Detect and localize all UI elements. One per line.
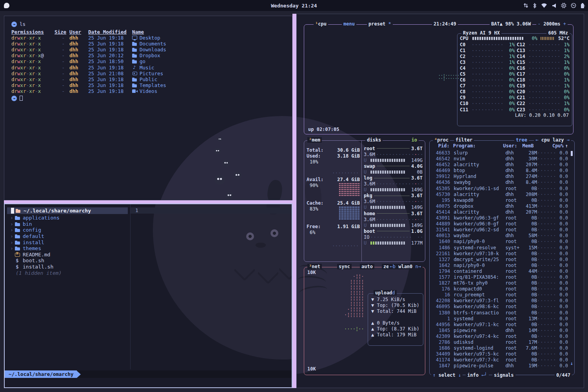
process-row[interactable]: 44956kworker/u97:1-kcroot0B0.0: [432, 322, 568, 328]
updates-icon[interactable]: [523, 3, 528, 8]
folder-open-icon: [16, 208, 21, 213]
process-row[interactable]: 1794containerdroot44M0.0: [432, 269, 568, 274]
process-row[interactable]: 39912Hyprlanddhh274M0.0: [432, 174, 568, 180]
process-list: 46633slurpdhh28M0.0 46542nvimdhh30M0.0 4…: [432, 150, 568, 369]
window-gap-horizontal: [4, 200, 292, 203]
process-row[interactable]: 46436swaybgdhh8.4M0.0: [432, 180, 568, 185]
disks-title[interactable]: disks: [365, 137, 383, 143]
process-row[interactable]: 16rcu_preemptroot0B0.0: [432, 292, 568, 298]
tree-item[interactable]: themes: [5, 245, 130, 252]
core-row: C50%: [460, 71, 515, 77]
process-row[interactable]: 42208kworker/u97:3-flroot0B0.0: [432, 298, 568, 304]
process-row[interactable]: 46095kworker/u98:6-kcroot0B0.0: [432, 304, 568, 310]
net-sync-button[interactable]: sync: [337, 264, 352, 269]
tree-item[interactable]: default: [5, 233, 130, 240]
process-row[interactable]: 46469btopdhh8.4M0.0: [432, 168, 568, 174]
process-row[interactable]: 31541kworker/u96:2-sdroot0B0.0: [432, 227, 568, 233]
menu-button[interactable]: menu: [342, 21, 356, 27]
io-toggle[interactable]: io: [410, 137, 419, 143]
video-icon: [132, 89, 138, 94]
tree-item[interactable]: boot.sh: [5, 258, 130, 264]
net-interface-switcher[interactable]: ←b wlan0 n→: [388, 264, 423, 269]
process-row[interactable]: 46542nvimdhh30M0.0: [432, 156, 568, 162]
process-row[interactable]: 43091kworker/u96:3-gfroot0B0.0: [432, 215, 568, 221]
process-row[interactable]: 45730alacrittydhh208M0.0: [432, 192, 568, 198]
process-row[interactable]: 40013waybardhh58M0.0: [432, 233, 568, 239]
window-gap-vertical: [292, 14, 296, 388]
chip-icon[interactable]: [561, 3, 566, 8]
core-row: C100%: [460, 101, 515, 107]
preset-button[interactable]: preset *: [367, 21, 393, 27]
refresh-interval[interactable]: - 2000ms +: [536, 21, 568, 27]
proc-sort-selector[interactable]: ← cpu lazy →: [534, 137, 571, 143]
tree-item[interactable]: install.sh: [5, 264, 130, 270]
tree-item[interactable]: README.md: [5, 252, 130, 258]
tree-item[interactable]: applications: [5, 215, 130, 221]
process-row[interactable]: 46452alacrittydhh207M0.0: [432, 162, 568, 168]
process-row[interactable]: 2786udisksdroot17M0.0: [432, 339, 568, 345]
process-row[interactable]: 45414alacrittydhh207M0.0: [432, 209, 568, 215]
process-row[interactable]: 1486systemd-resolvesyst+15M0.0: [432, 245, 568, 251]
process-row[interactable]: 1380btrfs-transactioroot0B0.0: [432, 310, 568, 316]
proc-box-title[interactable]: ⁴proc: [433, 137, 450, 143]
proc-filter-button[interactable]: filter: [454, 137, 474, 143]
process-row[interactable]: 44889kworker/u96:0-gfroot0B0.0: [432, 221, 568, 227]
proc-header-row[interactable]: Pid:Program:User:MemBCpu%↑: [432, 143, 568, 149]
process-row[interactable]: 40075dropboxdhh413M0.0: [432, 203, 568, 209]
tree-item[interactable]: install: [5, 239, 130, 245]
process-row[interactable]: 45305kworker/u96:1-sdroot0B0.0: [432, 186, 568, 192]
ls-row: drwxr-xr-x-dhh25 Jun 21:08Pictures: [11, 71, 288, 76]
process-row[interactable]: 1686systemd-logindroot7.6M0.0: [432, 345, 568, 351]
process-row[interactable]: 1327dmcrypt_write/25root0B0.0: [432, 257, 568, 263]
bluetooth-icon[interactable]: [533, 3, 537, 9]
volume-icon[interactable]: [552, 3, 557, 8]
core-row: C221%: [517, 101, 570, 107]
mem-box-title[interactable]: ²mem: [307, 137, 322, 143]
load-average: LAV: 0.20 0.10 0.07: [460, 113, 570, 118]
proc-select-buttons[interactable]: ↑ select ↓: [431, 372, 463, 378]
statusbar: ~/.local/share/omarchy: [5, 370, 292, 378]
tree-item[interactable]: (1 hidden item): [5, 270, 130, 276]
ls-row: drwxr-xr-x-dhh25 Jun 18:50go: [11, 58, 288, 64]
process-row[interactable]: 1847pipewire-pulsedhh19M0.0: [432, 363, 568, 369]
process-row[interactable]: 34409kworker/u97:5-kcroot0B0.0: [432, 351, 568, 357]
process-row[interactable]: 1827mt76-tx phy0root0B0.0: [432, 280, 568, 286]
proc-scrollbar[interactable]: [571, 151, 573, 156]
process-row[interactable]: 1642napi/phy0-0root0B0.0: [432, 263, 568, 269]
net-box-title[interactable]: ³net: [307, 264, 322, 269]
process-row[interactable]: 42309kworker/u97:4-kcroot0B0.0: [432, 334, 568, 339]
net-scale-top: 10K: [307, 270, 316, 275]
wifi-icon[interactable]: [541, 3, 547, 8]
proc-tree-button[interactable]: tree: [514, 137, 529, 143]
process-row[interactable]: 1systemdroot13M0.0: [432, 316, 568, 322]
buffer-pane[interactable]: 1: [131, 204, 292, 369]
battery-icon[interactable]: [581, 3, 585, 9]
process-row[interactable]: 22161kworker/u97:10-kroot0B0.0: [432, 251, 568, 257]
process-row[interactable]: 1640napi/phy0-0root0B0.0: [432, 239, 568, 245]
ls-row: drwxr-xr-x-dhh25 Jun 19:18Music: [11, 65, 288, 71]
core-row: C170%: [517, 71, 570, 77]
process-row[interactable]: 46633slurpdhh28M0.0: [432, 150, 568, 156]
core-row: C131%: [517, 47, 570, 53]
tree-item[interactable]: config: [5, 227, 130, 233]
process-row[interactable]: 195kswapd0root0B0.0: [432, 198, 568, 203]
net-upload-graph: ····¦··: [344, 326, 364, 332]
tree-root-row[interactable]: ~/.local/share/omarchy: [7, 207, 128, 214]
tree-item[interactable]: bin: [5, 221, 130, 227]
net-auto-button[interactable]: auto: [360, 264, 374, 269]
ls-listing: drwxr-xr-x-dhh25 Jun 19:18Desktop drwxr-…: [11, 35, 288, 94]
process-row[interactable]: 176kcompactd0root0B0.0: [432, 286, 568, 292]
core-row: C121%: [517, 42, 570, 47]
core-row: C230%: [517, 107, 570, 113]
gauge-icon[interactable]: [571, 3, 576, 8]
proc-signals-button[interactable]: signals: [492, 372, 515, 378]
mem-stats: Total:30.6 GiB Used:3.18 GiB 10% Avail:2…: [307, 145, 361, 258]
btop-window: ¹cpu menu preset * 21:24:49 BAT▲ 98% 3.0…: [296, 14, 584, 388]
process-row[interactable]: 1577irq/81-PIXA3854:root0B0.0: [432, 274, 568, 280]
cpu-box-title[interactable]: ¹cpu: [314, 21, 328, 27]
proc-info-button[interactable]: info ←┘: [466, 372, 489, 378]
command-line: [5, 378, 292, 387]
process-row[interactable]: 41174kworker/u97:7-kcroot0B0.0: [432, 357, 568, 363]
shell-script-icon: [15, 258, 21, 263]
process-row[interactable]: 1845pipewiredhh14M0.0: [432, 328, 568, 334]
